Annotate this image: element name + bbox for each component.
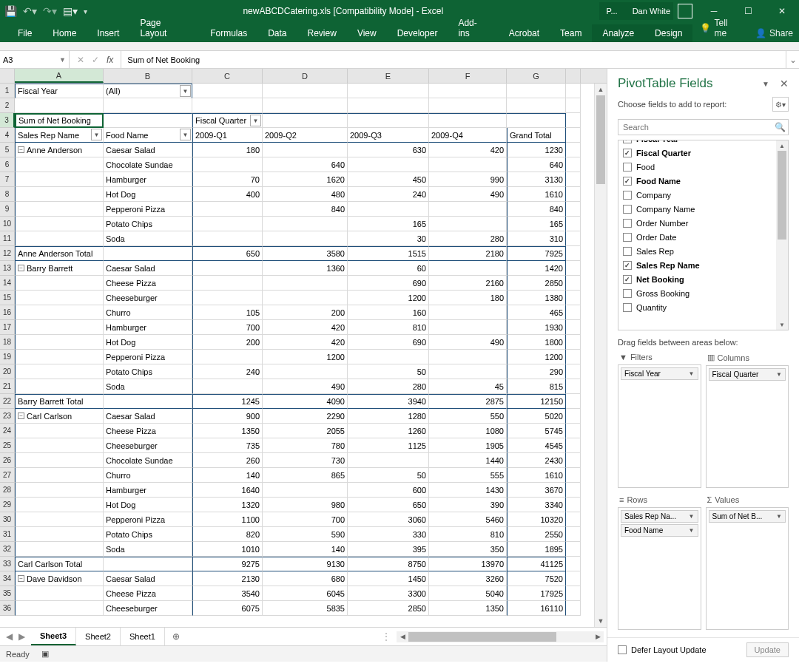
cell[interactable]: Churro (104, 468, 192, 483)
row-header[interactable]: 1 (0, 84, 15, 98)
cell[interactable] (566, 246, 581, 261)
cell[interactable]: 1350 (192, 424, 263, 438)
user-name[interactable]: Dan White (625, 2, 673, 20)
cell[interactable]: 690 (348, 335, 429, 350)
cell[interactable]: −Dave Davidson (15, 571, 104, 586)
row-header[interactable]: 16 (0, 305, 15, 320)
cell[interactable] (15, 468, 104, 483)
scroll-thumb[interactable] (596, 95, 605, 184)
cell[interactable]: 165 (507, 217, 566, 231)
cell[interactable] (429, 261, 507, 276)
cell[interactable]: 1800 (507, 335, 566, 350)
cell[interactable]: 490 (429, 335, 507, 350)
row-header[interactable]: 9 (0, 202, 15, 217)
cell[interactable]: 200 (192, 335, 263, 350)
cell[interactable]: 990 (429, 172, 507, 187)
cell[interactable]: 12150 (507, 394, 566, 409)
cell[interactable]: −Anne Anderson (15, 143, 104, 157)
cell[interactable] (566, 187, 581, 202)
tab-review[interactable]: Review (297, 24, 347, 42)
column-header-c[interactable]: C (192, 69, 263, 83)
cell[interactable]: 3940 (348, 394, 429, 409)
formula-expand-icon[interactable]: ⌄ (786, 51, 799, 68)
cell[interactable]: 41125 (507, 557, 566, 571)
row-header[interactable]: 22 (0, 394, 15, 409)
collapse-icon[interactable]: − (18, 575, 24, 582)
cell[interactable] (507, 84, 566, 98)
cell[interactable]: Cheese Pizza (104, 276, 192, 291)
cell[interactable]: 810 (429, 527, 507, 542)
cell[interactable] (429, 217, 507, 231)
field-item[interactable]: Order Number (618, 216, 788, 230)
cell[interactable]: 5835 (263, 601, 348, 616)
cell[interactable]: 105 (192, 305, 263, 320)
cell[interactable] (15, 483, 104, 498)
cell[interactable]: 420 (429, 143, 507, 157)
cell[interactable]: 1280 (348, 409, 429, 424)
cell[interactable]: 1380 (507, 291, 566, 305)
values-area[interactable]: ΣValues Sum of Net B...▼ (706, 492, 789, 630)
cell[interactable]: 9275 (192, 557, 263, 571)
row-header[interactable]: 25 (0, 438, 15, 453)
cell[interactable]: Barry Barrett Total (15, 394, 104, 409)
grid-body[interactable]: 1Fiscal Year(All)▼23Sum of Net BookingFi… (0, 84, 607, 627)
cell[interactable] (566, 217, 581, 231)
tab-developer[interactable]: Developer (387, 24, 448, 42)
cell[interactable]: 5745 (507, 424, 566, 438)
area-item[interactable]: Fiscal Quarter▼ (709, 368, 786, 381)
cell[interactable]: Potato Chips (104, 527, 192, 542)
cell[interactable]: 3130 (507, 172, 566, 187)
checkbox[interactable]: ✓ (623, 177, 632, 186)
cell[interactable] (566, 483, 581, 498)
close-icon[interactable]: ✕ (765, 0, 799, 22)
cell[interactable] (15, 217, 104, 231)
row-header[interactable]: 19 (0, 350, 15, 364)
cell[interactable]: 1930 (507, 320, 566, 335)
cell[interactable] (566, 468, 581, 483)
cell[interactable] (15, 291, 104, 305)
cell[interactable] (429, 98, 507, 113)
column-header-h[interactable] (566, 69, 581, 83)
cell[interactable] (566, 128, 581, 143)
macro-record-icon[interactable]: ▣ (41, 649, 49, 659)
cell[interactable]: 650 (348, 498, 429, 512)
cell[interactable]: −Barry Barrett (15, 261, 104, 276)
cell[interactable] (263, 98, 348, 113)
column-header-d[interactable]: D (263, 69, 348, 83)
row-header[interactable]: 21 (0, 379, 15, 394)
cell[interactable]: 590 (263, 527, 348, 542)
cell[interactable]: 465 (507, 305, 566, 320)
cell[interactable] (566, 143, 581, 157)
sheet-tab-sheet1[interactable]: Sheet1 (121, 628, 165, 645)
cell[interactable] (263, 217, 348, 231)
cell[interactable]: 820 (192, 527, 263, 542)
cell[interactable]: 2009-Q3 (348, 128, 429, 143)
cell[interactable] (566, 335, 581, 350)
tab-insert[interactable]: Insert (87, 24, 129, 42)
field-item[interactable]: Sales Rep (618, 244, 788, 258)
search-icon[interactable]: 🔍 (772, 122, 788, 132)
cell[interactable] (15, 276, 104, 291)
field-list[interactable]: ✓Fiscal Year✓Fiscal QuarterFood✓Food Nam… (618, 140, 789, 330)
cell[interactable]: Caesar Salad (104, 571, 192, 586)
cell[interactable]: Caesar Salad (104, 409, 192, 424)
tab-team[interactable]: Team (550, 24, 592, 42)
row-header[interactable]: 17 (0, 320, 15, 335)
cell[interactable]: Sales Rep Name▼ (15, 128, 104, 143)
cell[interactable]: Hot Dog (104, 187, 192, 202)
checkbox[interactable]: ✓ (623, 261, 632, 270)
cell[interactable]: 9130 (263, 557, 348, 571)
cell[interactable] (104, 113, 192, 128)
cell[interactable]: Hamburger (104, 483, 192, 498)
cell[interactable]: Chocolate Sundae (104, 453, 192, 468)
cell[interactable]: 330 (348, 527, 429, 542)
context-tab-pivot[interactable]: P... (599, 2, 625, 20)
cell[interactable]: 650 (192, 246, 263, 261)
cell[interactable]: 240 (192, 364, 263, 379)
cell[interactable] (348, 157, 429, 172)
field-item[interactable]: ✓Fiscal Quarter (618, 146, 788, 160)
row-header[interactable]: 27 (0, 468, 15, 483)
cell[interactable] (566, 571, 581, 586)
cell[interactable]: 280 (429, 231, 507, 246)
cell[interactable]: 420 (263, 320, 348, 335)
